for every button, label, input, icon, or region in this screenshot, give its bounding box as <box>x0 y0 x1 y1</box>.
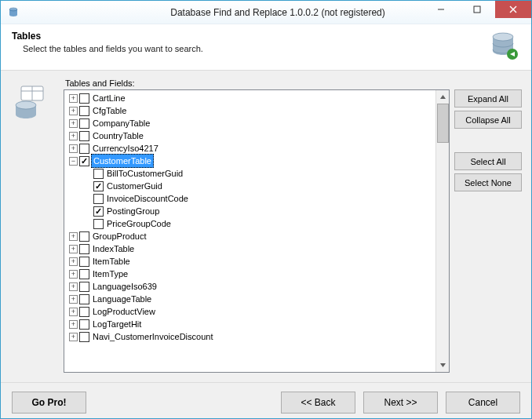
checkbox[interactable] <box>79 118 89 129</box>
tree-field-item: InvoiceDiscountCode <box>83 192 449 205</box>
tree-table-item: +CurrencyIso4217 <box>69 142 449 155</box>
tree-item-label[interactable]: Navi_CustomerInvoiceDiscount <box>91 330 214 343</box>
tree-table-item: +Navi_CustomerInvoiceDiscount <box>69 330 449 343</box>
scroll-up-button[interactable] <box>436 90 449 104</box>
cancel-button[interactable]: Cancel <box>446 392 520 414</box>
tree-table-item: +IndexTable <box>69 242 449 255</box>
select-all-button[interactable]: Select All <box>454 152 522 170</box>
expand-toggle[interactable]: + <box>69 232 78 241</box>
expand-toggle[interactable]: + <box>69 245 78 253</box>
wizard-header: Tables Select the tables and fields you … <box>1 24 531 71</box>
checkbox[interactable] <box>79 131 89 141</box>
expand-toggle[interactable]: + <box>69 119 78 128</box>
collapse-all-button[interactable]: Collapse All <box>454 111 522 129</box>
tree-item-label[interactable]: PostingGroup <box>105 205 161 217</box>
go-pro-button[interactable]: Go Pro! <box>12 392 86 414</box>
tree-table-item: +CountryTable <box>69 129 449 142</box>
expand-toggle[interactable]: + <box>69 308 78 316</box>
expand-toggle[interactable]: + <box>69 333 78 341</box>
tree-field-item: CustomerGuid <box>83 180 449 192</box>
checkbox[interactable] <box>79 294 89 304</box>
tree-table-item: +ItemTable <box>69 255 449 268</box>
tree-table-item: +LogProductView <box>69 305 449 318</box>
expand-toggle[interactable]: + <box>69 320 78 329</box>
tree-item-label[interactable]: IndexTable <box>91 242 136 255</box>
tree-table-item: +ItemType <box>69 268 449 280</box>
checkbox[interactable] <box>79 231 89 242</box>
tree-item-label[interactable]: CountryTable <box>91 129 145 142</box>
tree-item-label[interactable]: LanguageIso639 <box>91 280 159 293</box>
checkbox[interactable] <box>79 282 89 292</box>
tree-item-label[interactable]: InvoiceDiscountCode <box>105 192 190 205</box>
select-none-button[interactable]: Select None <box>454 173 522 191</box>
tree-table-item: −CustomerTableBillToCustomerGuidCustomer… <box>69 155 449 230</box>
checkbox[interactable] <box>93 169 104 179</box>
checkbox[interactable] <box>79 332 89 342</box>
minimize-button[interactable] <box>423 1 459 18</box>
tree-item-label[interactable]: LogProductView <box>91 305 157 318</box>
tree-item-label[interactable]: CartLine <box>91 92 127 104</box>
tree-item-label[interactable]: GroupProduct <box>91 230 148 242</box>
tree-item-label[interactable]: LanguageTable <box>91 293 153 305</box>
tree-scrollbar[interactable] <box>435 90 449 372</box>
checkbox[interactable] <box>79 257 89 267</box>
svg-point-7 <box>493 33 513 41</box>
checkbox[interactable] <box>93 219 104 229</box>
expand-toggle[interactable]: + <box>69 94 78 103</box>
tree-table-item: +GroupProduct <box>69 230 449 242</box>
page-subtitle: Select the tables and fields you want to… <box>23 44 203 53</box>
checkbox[interactable] <box>79 106 89 116</box>
app-icon <box>7 6 20 19</box>
tree-label: Tables and Fields: <box>65 78 522 88</box>
tree-item-label[interactable]: PriceGroupCode <box>105 217 173 230</box>
expand-toggle[interactable]: + <box>69 270 78 279</box>
checkbox[interactable] <box>79 93 89 104</box>
checkbox[interactable] <box>79 144 89 154</box>
expand-toggle[interactable]: + <box>69 282 78 291</box>
scroll-down-button[interactable] <box>436 359 449 372</box>
tree-item-label[interactable]: CustomerTable <box>91 154 154 168</box>
tree-item-label[interactable]: ItemType <box>91 268 129 280</box>
checkbox[interactable] <box>93 181 104 191</box>
tree-table-item: +CfgTable <box>69 104 449 117</box>
checkbox[interactable] <box>79 307 89 317</box>
expand-toggle[interactable]: + <box>69 107 78 115</box>
database-icon <box>489 31 520 62</box>
collapse-toggle[interactable]: − <box>69 157 78 166</box>
expand-toggle[interactable]: + <box>69 295 78 304</box>
tree-item-label[interactable]: CustomerGuid <box>105 180 164 192</box>
tree-table-item: +LanguageIso639 <box>69 280 449 293</box>
checkbox[interactable] <box>79 319 89 330</box>
tree-item-label[interactable]: ItemTable <box>91 255 132 268</box>
expand-all-button[interactable]: Expand All <box>454 89 522 107</box>
checkbox[interactable] <box>79 156 89 166</box>
tree-item-label[interactable]: CurrencyIso4217 <box>91 142 160 155</box>
page-title: Tables <box>12 31 203 42</box>
wizard-body: Tables and Fields: +CartLine+CfgTable+Co… <box>1 71 531 383</box>
checkbox[interactable] <box>93 194 104 204</box>
tree-item-label[interactable]: LogTargetHit <box>91 318 143 330</box>
expand-toggle[interactable]: + <box>69 144 78 153</box>
tree-table-item: +LogTargetHit <box>69 318 449 330</box>
tree-table-item: +CartLine <box>69 92 449 104</box>
checkbox[interactable] <box>93 206 104 217</box>
tables-tree[interactable]: +CartLine+CfgTable+CompanyTable+CountryT… <box>64 89 450 373</box>
maximize-button[interactable] <box>459 1 495 18</box>
svg-point-13 <box>16 101 36 109</box>
tree-field-item: PriceGroupCode <box>83 217 449 230</box>
close-button[interactable] <box>495 1 531 18</box>
expand-toggle[interactable]: + <box>69 132 78 140</box>
tree-table-item: +CompanyTable <box>69 117 449 129</box>
scroll-thumb[interactable] <box>437 104 449 143</box>
wizard-footer: Go Pro! << Back Next >> Cancel <box>1 383 531 419</box>
tree-item-label[interactable]: CompanyTable <box>91 117 151 129</box>
checkbox[interactable] <box>79 269 89 279</box>
next-button[interactable]: Next >> <box>363 392 438 414</box>
tree-field-item: PostingGroup <box>83 205 449 217</box>
tree-item-label[interactable]: BillToCustomerGuid <box>105 167 184 180</box>
tree-item-label[interactable]: CfgTable <box>91 104 128 117</box>
back-button[interactable]: << Back <box>281 392 355 414</box>
tables-illustration <box>10 78 57 373</box>
expand-toggle[interactable]: + <box>69 257 78 266</box>
checkbox[interactable] <box>79 244 89 254</box>
